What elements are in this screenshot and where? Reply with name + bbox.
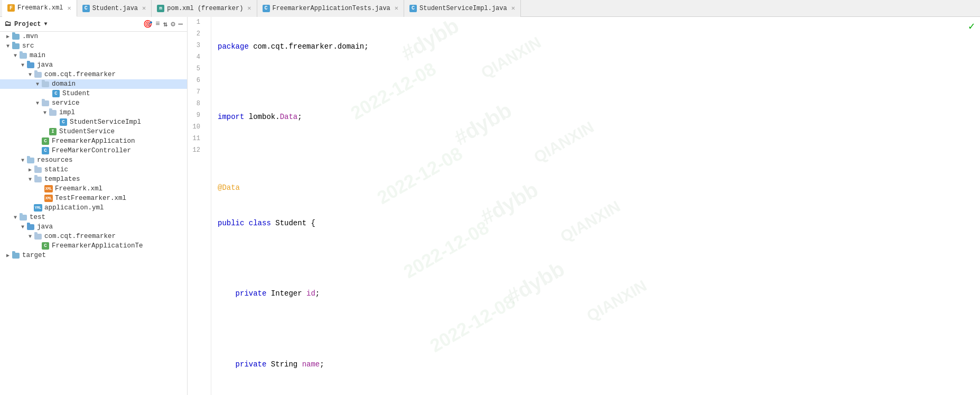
code-line-8: private Integer id; — [218, 288, 980, 299]
checkmark-icon: ✓ — [968, 20, 975, 33]
arrow-com-cqt-test: ▼ — [26, 234, 34, 240]
tree-item-main[interactable]: ▼ main — [0, 51, 187, 60]
tree-item-testfreemarker-xml[interactable]: XML TestFreemarker.xml — [0, 194, 187, 203]
folder-icon-test — [19, 214, 27, 221]
token: import — [218, 111, 249, 123]
main-area: 🗂 Project ▼ 🎯 ≡ ⇅ ⚙ — ▶ .mvn ▼ src — [0, 17, 980, 395]
code-line-2 — [218, 76, 980, 88]
tree-item-freemark-xml[interactable]: XML Freemark.xml — [0, 184, 187, 194]
label-impl: impl — [59, 109, 75, 116]
editor-area: ✓ #dybb QIANXIN 2022-12-08 #dybb QIANXIN… — [188, 17, 980, 395]
tree-item-application-yml[interactable]: YML application.yml — [0, 203, 187, 213]
label-com-cqt: com.cqt.freemarker — [44, 71, 116, 78]
arrow-impl: ▼ — [41, 110, 49, 116]
label-fa: FreemarkerApplication — [52, 137, 135, 145]
folder-icon-impl — [49, 109, 57, 116]
tree-item-templates[interactable]: ▼ templates — [0, 174, 187, 184]
token: ; — [320, 359, 324, 370]
sidebar-icon-minimize[interactable]: — — [179, 20, 183, 29]
tab-student-service-impl[interactable]: C StudentServiceImpl.java ✕ — [404, 0, 521, 17]
ln-2: 2 — [188, 29, 206, 40]
tab-icon-pom-xml: m — [157, 5, 164, 12]
sidebar-icon-collapse-expand[interactable]: ⇅ — [163, 20, 167, 29]
sidebar-icon-target[interactable]: 🎯 — [143, 20, 152, 29]
label-main: main — [30, 52, 45, 59]
class-icon-ss: I — [49, 128, 57, 135]
tab-label-pom-xml: pom.xml (freemarker) — [167, 5, 243, 12]
tree-item-target[interactable]: ▶ target — [0, 251, 187, 260]
tree-item-java[interactable]: ▼ java — [0, 60, 187, 70]
package-icon-com-cqt — [34, 71, 42, 78]
folder-icon-static — [34, 166, 42, 173]
token: public — [218, 217, 249, 229]
arrow-service: ▼ — [34, 100, 41, 106]
tab-pom-xml[interactable]: m pom.xml (freemarker) ✕ — [152, 0, 257, 17]
ln-4: 4 — [188, 52, 206, 63]
package-icon-com-cqt-test — [34, 233, 42, 240]
folder-icon-templates — [34, 176, 42, 183]
sidebar-icon-settings[interactable]: ⚙ — [171, 20, 175, 29]
token: lombok. — [249, 111, 280, 123]
code-container[interactable]: 1 2 3 4 5 6 7 8 9 10 11 12 package com.c… — [188, 17, 980, 395]
tab-bar: F Freemark.xml ✕ C Student.java ✕ m pom.… — [0, 0, 980, 17]
tab-student-java[interactable]: C Student.java ✕ — [77, 0, 152, 17]
tree-item-com-cqt-freemarker-test[interactable]: ▼ com.cqt.freemarker — [0, 232, 187, 241]
token: ; — [297, 111, 302, 123]
label-ss: StudentService — [59, 128, 115, 135]
arrow-test: ▼ — [12, 215, 19, 221]
code-line-7 — [218, 252, 980, 264]
ln-6: 6 — [188, 75, 206, 87]
tree-item-java-test[interactable]: ▼ java — [0, 222, 187, 232]
tree-item-impl[interactable]: ▼ impl — [0, 108, 187, 117]
arrow-mvn: ▶ — [4, 33, 12, 40]
label-freemark-xml: Freemark.xml — [55, 185, 102, 192]
tree-item-student-service-impl[interactable]: C StudentServiceImpl — [0, 117, 187, 127]
tab-close-pom-xml[interactable]: ✕ — [247, 4, 251, 12]
ln-8: 8 — [188, 98, 206, 110]
code-line-1: package com.cqt.freemarker.domain; — [218, 41, 980, 52]
class-icon-fa: C — [41, 137, 50, 145]
ln-10: 10 — [188, 122, 206, 133]
class-icon-fat: C — [41, 242, 50, 250]
label-test: test — [30, 214, 45, 221]
tree-item-freemarker-controller[interactable]: C FreeMarkerController — [0, 146, 187, 155]
tree-item-mvn[interactable]: ▶ .mvn — [0, 32, 187, 41]
arrow-resources: ▼ — [19, 158, 26, 163]
tab-close-student-service-impl[interactable]: ✕ — [511, 4, 515, 12]
code-editor[interactable]: package com.cqt.freemarker.domain; impor… — [211, 17, 980, 395]
tab-freemark-xml[interactable]: F Freemark.xml ✕ — [2, 0, 77, 17]
tab-freemarker-app-tests[interactable]: C FreemarkerApplicationTests.java ✕ — [257, 0, 404, 17]
code-line-3: import lombok.Data; — [218, 111, 980, 123]
tree-item-com-cqt-freemarker[interactable]: ▼ com.cqt.freemarker — [0, 70, 187, 79]
tree-item-resources[interactable]: ▼ resources — [0, 155, 187, 165]
label-fc: FreeMarkerController — [52, 147, 131, 154]
token: ; — [315, 288, 320, 299]
tree-item-static[interactable]: ▶ static — [0, 165, 187, 174]
tree-item-student[interactable]: C Student — [0, 89, 187, 98]
tree-item-src[interactable]: ▼ src — [0, 41, 187, 51]
tree-item-freemarker-app-tests-tree[interactable]: C FreemarkerApplicationTe — [0, 241, 187, 251]
token: @Data — [218, 182, 240, 194]
label-ssi: StudentServiceImpl — [70, 118, 141, 126]
ln-1: 1 — [188, 17, 206, 29]
token: private — [236, 359, 271, 370]
tree-item-test[interactable]: ▼ test — [0, 213, 187, 222]
label-target: target — [22, 252, 46, 259]
tree-item-service[interactable]: ▼ service — [0, 98, 187, 108]
ln-9: 9 — [188, 110, 206, 122]
sidebar-header: 🗂 Project ▼ 🎯 ≡ ⇅ ⚙ — — [0, 17, 187, 32]
tree-item-student-service[interactable]: I StudentService — [0, 127, 187, 136]
tree-item-domain[interactable]: ▼ domain — [0, 79, 187, 89]
folder-icon-service — [41, 99, 50, 107]
tab-close-student-java[interactable]: ✕ — [142, 4, 146, 12]
tab-label-student-java: Student.java — [92, 5, 138, 12]
label-static: static — [44, 166, 68, 173]
sidebar-icon-collapse-all[interactable]: ≡ — [155, 20, 160, 29]
arrow-com-cqt: ▼ — [26, 72, 34, 78]
tree-item-freemarker-app[interactable]: C FreemarkerApplication — [0, 136, 187, 146]
tab-close-freemark-xml[interactable]: ✕ — [67, 4, 71, 12]
ln-11: 11 — [188, 133, 206, 145]
token: id — [306, 288, 315, 299]
label-resources: resources — [37, 157, 73, 164]
tab-close-freemarker-app-tests[interactable]: ✕ — [395, 4, 398, 12]
